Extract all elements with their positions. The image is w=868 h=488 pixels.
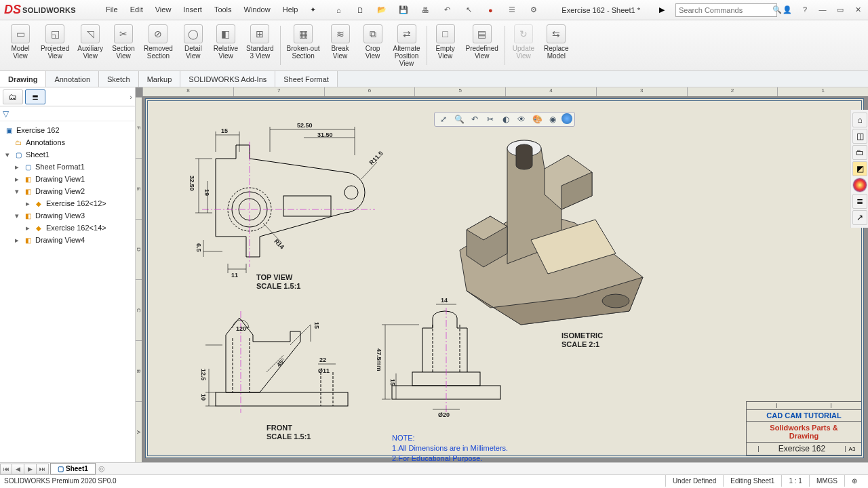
close-button[interactable]: ✕ [852,5,864,14]
tree-view1[interactable]: ▸◧Drawing View1 [1,173,134,185]
ribbon-alternate[interactable]: ⇄Alternate Position View [389,22,425,69]
new-icon[interactable]: 🗋 [351,3,369,18]
tree-sheet[interactable]: ▾▢Sheet1 [1,148,134,161]
prev-view-icon[interactable]: ↶ [468,113,481,125]
drawing-canvas[interactable]: 87654321 FEDCBA ◫ ▭ — □ ✕ ⤢ 🔍 ↶ ✂ ◐ 👁 🎨 … [136,87,868,462]
ribbon-tab-sketch[interactable]: Sketch [99,71,139,87]
section-icon[interactable]: ✂ [484,113,497,125]
ribbon-standard[interactable]: ⊞Standard 3 View [242,22,278,69]
sheet-tab[interactable]: ▢ Sheet1 [50,463,96,474]
custom-props-icon[interactable]: ≣ [852,194,867,209]
tree-view2-child[interactable]: ▸◆Exercise 162<12> [1,197,134,209]
menu-view[interactable]: View [150,3,177,17]
feature-tree-tab-icon[interactable]: 🗂 [3,89,23,104]
filter-funnel-icon[interactable]: ▽ [3,109,9,119]
view-settings-icon[interactable] [561,113,572,124]
ribbon-projected[interactable]: ◱Projected View [37,22,73,69]
user-icon[interactable]: 👤 [781,5,793,14]
ribbon-tab-markup[interactable]: Markup [139,71,181,87]
tree-view2[interactable]: ▾◧Drawing View2 [1,185,134,197]
ribbon-crop[interactable]: ⧉Crop View [357,22,389,69]
print-icon[interactable]: 🖶 [416,3,434,18]
tree-view3[interactable]: ▾◧Drawing View3 [1,209,134,222]
twisty-icon[interactable]: ▸ [14,236,20,245]
home-icon[interactable]: ⌂ [330,3,347,18]
ribbon-break[interactable]: ≋Break View [324,22,357,69]
ribbon-tab-solidworks-add-ins[interactable]: SOLIDWORKS Add-Ins [180,71,275,87]
tree-annotations[interactable]: 🗀Annotations [1,136,134,148]
ribbon-tab-annotation[interactable]: Annotation [46,71,99,87]
menu-help[interactable]: Help [277,3,304,17]
flyout-icon[interactable]: ▶ [659,5,673,14]
search-icon[interactable]: 🔍 [772,5,782,14]
select-arrow-icon[interactable]: ↖ [460,3,477,18]
maximize-button[interactable]: ▭ [834,5,846,14]
ribbon-detail[interactable]: ◯Detail View [177,22,210,69]
options-list-icon[interactable]: ☰ [503,3,521,18]
ribbon-model[interactable]: ▭Model View [4,22,37,69]
menu-insert[interactable]: Insert [178,3,208,17]
zoom-fit-icon[interactable]: ⤢ [437,113,450,125]
twisty-icon[interactable]: ▸ [14,175,20,184]
front-view[interactable]: 120° 45° 15 22 Ø11 12.5 10 [185,304,361,420]
minimize-button[interactable]: — [816,5,829,14]
tree-sheet-format[interactable]: ▸▢Sheet Format1 [1,161,134,173]
ribbon-replace[interactable]: ⇆Replace Model [540,22,573,69]
save-icon[interactable]: 💾 [395,3,412,18]
menu-file[interactable]: File [100,3,123,17]
open-icon[interactable]: 📂 [373,3,391,18]
ribbon-predefined[interactable]: ▤Predefined View [462,22,502,69]
menu-window[interactable]: Window [239,3,276,17]
rebuild-icon[interactable]: ● [481,3,499,18]
ribbon-relative[interactable]: ◧Relative View [210,22,242,69]
tree-root[interactable]: ▣Exercise 162 [1,124,134,136]
zoom-area-icon[interactable]: 🔍 [452,113,466,125]
design-library-icon[interactable]: 🗀 [852,145,867,160]
help-icon[interactable]: ? [799,5,811,14]
sheet-first-icon[interactable]: ⏮ [0,464,12,474]
twisty-icon[interactable]: ▸ [24,224,31,232]
search-commands-box[interactable]: 🔍 [675,3,777,17]
ribbon-empty[interactable]: □Empty View [429,22,462,69]
isometric-view[interactable] [439,121,663,345]
apply-scene-icon[interactable]: ◉ [546,113,559,125]
ribbon-section[interactable]: ✂Section View [107,22,140,69]
twisty-icon[interactable]: ▾ [4,150,11,159]
add-sheet-icon[interactable]: ◎ [98,464,105,473]
appearances-icon[interactable] [852,178,867,192]
property-tab-icon[interactable]: ≣ [25,89,45,104]
ribbon-tab-drawing[interactable]: Drawing [0,71,46,87]
display-style-icon[interactable]: ◐ [499,113,513,125]
settings-gear-icon[interactable]: ⚙ [525,3,542,18]
ribbon-removed[interactable]: ⊘Removed Section [140,22,177,69]
sheet-next-icon[interactable]: ▶ [24,464,37,474]
search-input[interactable] [679,6,772,14]
top-view[interactable]: 15 52.50 31.50 32.50 19 R11.5 R14 6.5 11 [175,121,378,277]
twisty-icon[interactable]: ▾ [14,211,20,220]
twisty-icon[interactable]: ▾ [14,187,20,196]
twisty-icon[interactable]: ▸ [24,199,31,208]
ribbon-tab-sheet-format[interactable]: Sheet Format [275,71,338,87]
tree-view3-child[interactable]: ▸◆Exercise 162<14> [1,222,134,234]
home-tab-icon[interactable]: ⌂ [852,113,867,127]
sheet-last-icon[interactable]: ⏭ [37,464,49,474]
hide-show-icon[interactable]: 👁 [515,113,528,125]
menu-edit[interactable]: Edit [125,3,149,17]
tree-view4[interactable]: ▸◧Drawing View4 [1,234,134,246]
status-custom-icon[interactable]: ⊕ [844,475,864,487]
twisty-icon[interactable]: ▸ [14,163,20,171]
status-units[interactable]: MMGS [809,475,844,487]
forum-icon[interactable]: ↗ [852,210,867,225]
ribbon-auxiliary[interactable]: ◹Auxiliary View [73,22,107,69]
filter-row[interactable]: ▽ [0,106,135,121]
drawing-sheet[interactable]: ⤢ 🔍 ↶ ✂ ◐ 👁 🎨 ◉ [145,98,864,458]
ribbon-broken-out[interactable]: ▦Broken-out Section [283,22,324,69]
view-palette-icon[interactable]: ◩ [852,161,867,176]
sheet-prev-icon[interactable]: ◀ [12,464,24,474]
undo-icon[interactable]: ↶ [438,3,456,18]
edit-appearance-icon[interactable]: 🎨 [530,113,544,125]
status-scale[interactable]: 1 : 1 [781,475,808,487]
panel-collapse-icon[interactable]: › [130,93,132,101]
resources-tab-icon[interactable]: ◫ [852,129,867,144]
menu-tools[interactable]: Tools [209,3,237,17]
